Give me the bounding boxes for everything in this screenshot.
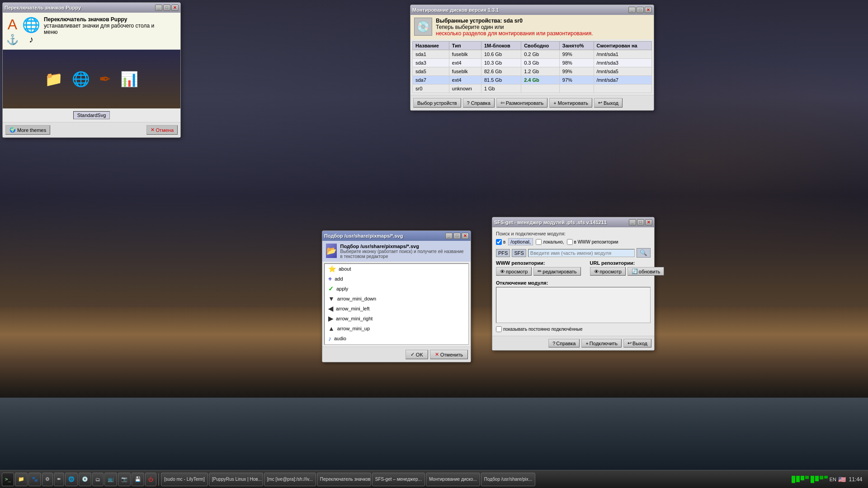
save-icon: 💾: [135, 476, 141, 482]
sfs-minimize-button[interactable]: _: [629, 219, 636, 225]
taskbar-picker-window[interactable]: Подбор /usr/share/pix...: [481, 473, 535, 486]
close-button[interactable]: ✕: [171, 5, 179, 11]
taskbar-media-button[interactable]: 📺: [104, 473, 117, 486]
taskbar-power-button[interactable]: ⏻: [145, 473, 156, 486]
taskbar-separator-1: [158, 473, 159, 486]
taskbar-settings-button[interactable]: ⚙: [42, 473, 53, 486]
picker-cancel-button[interactable]: ✕ Отменить: [430, 350, 468, 359]
disk-large-icon: 💿: [414, 18, 432, 36]
www-edit-button[interactable]: ✏ редактировать: [533, 267, 580, 276]
taskbar-sfs-window[interactable]: SFS-get – менеджер...: [372, 473, 425, 486]
taskbar-disk-button[interactable]: 💿: [79, 473, 91, 486]
taskbar: >_ 📁 🐾 ⚙ ✒ 🌐 💿 🗂 📺 📷 💾: [0, 470, 868, 488]
icon-list-item[interactable]: ▲arrow_mini_up: [325, 324, 468, 333]
sfs-get-window: SFS-get - менеджер модулей .pfs .sfs v.1…: [492, 217, 655, 351]
www-view-label: просмотр: [506, 269, 528, 274]
list-item-icon: ⭐: [328, 265, 336, 272]
puppy-header-icons: A ⚓: [6, 16, 19, 46]
url-view-button[interactable]: 👁 просмотр: [590, 267, 626, 276]
disk-instruction2: несколько разделов для монтирования или …: [436, 30, 593, 37]
disk-header: 💿 Выбранные устройства: sda sr0 Теперь в…: [410, 15, 654, 39]
list-item-icon: ▲: [328, 325, 335, 332]
taskbar-camera-button[interactable]: 📷: [118, 473, 131, 486]
picker-heading: Подбор /usr/share/pixmaps/*.svg: [340, 244, 467, 249]
maximize-button[interactable]: □: [163, 5, 170, 11]
picker-close-button[interactable]: ✕: [462, 233, 469, 239]
icon-list-item[interactable]: ⭐about: [325, 264, 468, 274]
picker-minimize-button[interactable]: _: [445, 233, 453, 239]
disk-row-used: [559, 84, 594, 93]
sfs-connect-button[interactable]: + Подключить: [581, 339, 622, 347]
icon-list-item[interactable]: ♪audio: [325, 333, 468, 343]
taskbar-mc-window[interactable]: [mc [ive@pra]:/sh://iv...: [264, 473, 316, 486]
url-update-button[interactable]: 🔄 обновить: [627, 267, 664, 276]
checkbox-b[interactable]: [496, 239, 502, 245]
icon-list-item[interactable]: ◀arrow_mini_left: [325, 304, 468, 314]
taskbar-terminal-button[interactable]: >_: [2, 473, 14, 486]
icon-list-item[interactable]: ✓apply: [325, 284, 468, 294]
icon-list[interactable]: ⭐about+add✓apply▼arrow_mini_down◀arrow_m…: [324, 263, 469, 345]
picker-ok-button[interactable]: ✓ OK: [406, 350, 428, 359]
puppy-switcher-titlebar[interactable]: Переключатель значков Puppy _ □ ✕: [3, 3, 180, 13]
taskbar-mount-window[interactable]: Монтирование диско...: [426, 473, 480, 486]
icon-list-item[interactable]: ▼arrow_mini_down: [325, 294, 468, 304]
cpu-bar-4: [824, 476, 828, 479]
taskbar-terminal-window[interactable]: [sudo mc - LilyTerm]: [161, 473, 208, 486]
disk-help-button[interactable]: ? Справка: [463, 98, 495, 108]
more-themes-button[interactable]: 🌍 More themes: [5, 125, 50, 135]
disk-minimize-button[interactable]: _: [628, 7, 636, 13]
disk-mount-titlebar[interactable]: Монтирование дисков версия 1.3.1 _ □ ✕: [410, 5, 654, 15]
sfs-help-button[interactable]: ? Справка: [548, 339, 580, 347]
disk-close-button[interactable]: ✕: [645, 7, 652, 13]
disk-footer: Выбор устройств ? Справка ⇦ Размонтирова…: [410, 95, 654, 110]
url-update-icon: 🔄: [632, 268, 638, 274]
minimize-button[interactable]: _: [155, 5, 162, 11]
disk-row-blocks: 82.6 Gb: [481, 67, 521, 76]
icon-list-item[interactable]: +add: [325, 274, 468, 284]
taskbar-browser-button[interactable]: 🌐: [65, 473, 78, 486]
tray-lang: EN: [830, 477, 836, 482]
disk-row-type: ext4: [449, 59, 481, 67]
cancel-button[interactable]: ✕ Отмена: [146, 125, 178, 135]
theme-selector-button[interactable]: StandardSvg: [73, 111, 110, 119]
disk-maximize-button[interactable]: □: [637, 7, 644, 13]
checkbox-locally[interactable]: [536, 239, 542, 245]
unmount-button[interactable]: ⇦ Размонтировать: [496, 98, 548, 108]
sfs-get-title: SFS-get - менеджер модулей .pfs .sfs v.1…: [494, 220, 629, 225]
list-item-icon: ▶: [328, 315, 333, 322]
sfs-maximize-button[interactable]: □: [637, 219, 644, 225]
checkbox-www[interactable]: [567, 239, 573, 245]
mount-button[interactable]: + Монтировать: [549, 98, 592, 108]
sfs-exit-button[interactable]: ↩ Выход: [623, 339, 651, 347]
show-persistent-checkbox[interactable]: [496, 326, 502, 332]
www-view-button[interactable]: 👁 просмотр: [496, 267, 532, 276]
list-item-icon: ◀: [328, 305, 333, 312]
sfs-get-titlebar[interactable]: SFS-get - менеджер модулей .pfs .sfs v.1…: [492, 217, 654, 227]
disk-row-free: 0.2 Gb: [521, 50, 560, 59]
chart-icon: 📊: [120, 70, 138, 88]
sfs-search-button[interactable]: 🔍: [637, 248, 651, 258]
filemanager-icon: 🗂: [95, 477, 100, 482]
url-btn-row: 👁 просмотр 🔄 обновить: [590, 267, 665, 276]
pen-icon: ✒: [99, 70, 111, 88]
taskbar-save-button[interactable]: 💾: [132, 473, 144, 486]
sfs-search-input[interactable]: [528, 249, 635, 257]
icon-list-item[interactable]: ▶arrow_mini_right: [325, 314, 468, 324]
taskbar-rox-button[interactable]: 🐾: [28, 473, 41, 486]
www-repos-label: WWW репозитории:: [496, 260, 581, 266]
sfs-exit-icon: ↩: [627, 340, 632, 346]
system-tray: EN 🇺🇸 11:44: [792, 476, 866, 483]
disconnect-textarea[interactable]: [496, 287, 651, 323]
exit-icon: ↩: [598, 100, 602, 106]
picker-maximize-button[interactable]: □: [453, 233, 461, 239]
sfs-close-button[interactable]: ✕: [645, 219, 652, 225]
taskbar-switcher-window[interactable]: Переключатель значков...: [317, 473, 371, 486]
select-devices-button[interactable]: Выбор устройств: [413, 98, 461, 108]
taskbar-filemanager-button[interactable]: 🗂: [92, 473, 104, 486]
taskbar-editor-button[interactable]: ✒: [54, 473, 64, 486]
net-bar-3: [801, 476, 804, 480]
icon-picker-titlebar[interactable]: Подбор /usr/share/pixmaps/*.svg _ □ ✕: [322, 231, 471, 241]
taskbar-files-button[interactable]: 📁: [15, 473, 28, 486]
taskbar-browser-window[interactable]: [PuppyRus Linux | Нов...: [209, 473, 263, 486]
disk-exit-button[interactable]: ↩ Выход: [594, 98, 623, 108]
